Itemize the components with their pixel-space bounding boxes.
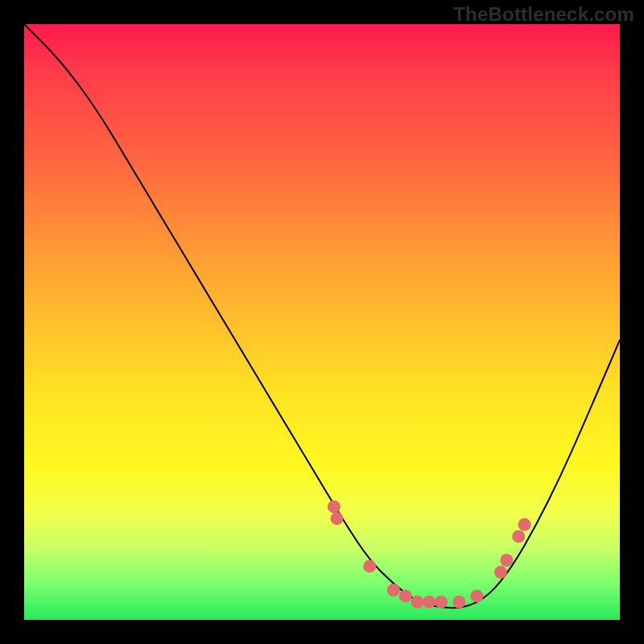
highlight-dot <box>387 584 400 597</box>
highlight-dot <box>363 559 376 572</box>
highlight-dot <box>331 512 344 525</box>
highlight-dot <box>470 589 483 602</box>
chart-frame: TheBottleneck.com <box>0 0 644 644</box>
highlight-dot <box>452 596 465 609</box>
highlight-dot <box>328 500 341 513</box>
highlight-dot <box>435 596 448 609</box>
highlight-dot <box>423 596 436 609</box>
highlight-dot <box>512 530 525 543</box>
highlight-dot <box>500 554 513 567</box>
bottleneck-curve <box>24 24 620 608</box>
highlight-dot <box>411 596 423 609</box>
plot-area <box>24 24 620 620</box>
curve-svg <box>24 24 620 620</box>
highlight-dot <box>399 589 412 602</box>
highlight-dots <box>328 500 531 608</box>
attribution-text: TheBottleneck.com <box>453 3 634 26</box>
highlight-dot <box>494 566 507 579</box>
highlight-dot <box>518 518 531 531</box>
